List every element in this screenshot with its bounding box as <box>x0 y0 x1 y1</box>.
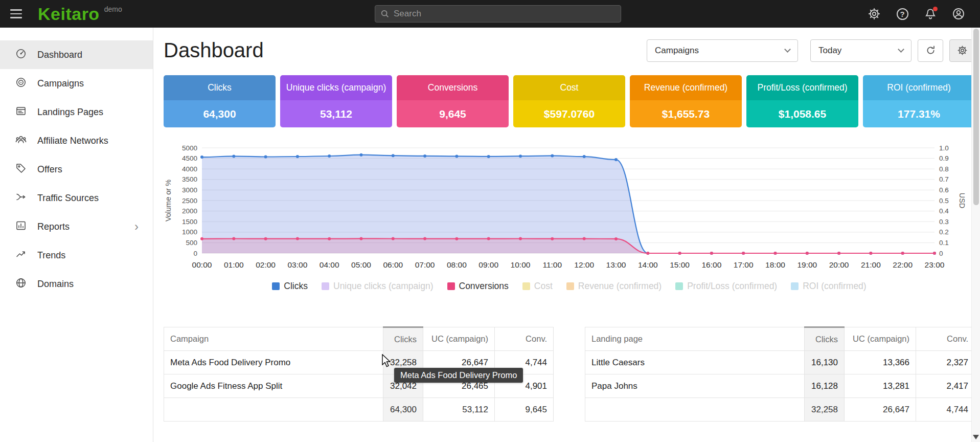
sidebar-item-trends[interactable]: Trends <box>0 241 153 270</box>
metric-card-cost[interactable]: Cost$597.0760 <box>513 75 625 127</box>
table-row[interactable]: Papa Johns16,12813,2812,417 <box>585 374 975 398</box>
legend-swatch <box>447 282 455 290</box>
metric-value: $1,058.65 <box>746 100 858 127</box>
hamburger-menu-button[interactable] <box>10 9 24 18</box>
search-input[interactable] <box>394 9 615 19</box>
legend-item-unique-clicks-campaign[interactable]: Unique clicks (campaign) <box>322 281 434 292</box>
legend-item-revenue-confirmed[interactable]: Revenue (confirmed) <box>566 281 662 292</box>
account-button[interactable] <box>951 7 966 21</box>
legend-swatch <box>322 282 329 290</box>
svg-text:0.2: 0.2 <box>939 228 949 236</box>
sidebar-item-affiliate-networks[interactable]: Affiliate Networks <box>0 126 153 155</box>
metric-cards-row: Clicks64,300Unique clicks (campaign)53,1… <box>164 75 975 127</box>
page-header: Dashboard Campaigns Today <box>164 39 975 62</box>
legend-item-conversions[interactable]: Conversions <box>447 281 509 292</box>
column-header-uc-campaign[interactable]: UC (campaign) <box>845 327 916 351</box>
svg-text:08:00: 08:00 <box>447 260 467 269</box>
sidebar-item-label: Offers <box>37 164 62 175</box>
totals-row: 32,25826,6474,744 <box>585 398 975 422</box>
legend-item-profit-loss-confirmed[interactable]: Profit/Loss (confirmed) <box>675 281 777 292</box>
sidebar-item-landings-pages[interactable]: Landings Pages <box>0 98 153 126</box>
svg-text:23:00: 23:00 <box>925 260 945 269</box>
sidebar-item-dashboard[interactable]: Dashboard <box>0 40 153 69</box>
sidebar-item-domains[interactable]: Domains <box>0 270 153 298</box>
legend-label: Cost <box>534 281 553 292</box>
column-header-conv[interactable]: Conv. <box>916 327 975 351</box>
metric-value: 9,645 <box>397 100 509 127</box>
daterange-select[interactable]: Today <box>810 39 911 62</box>
svg-text:16:00: 16:00 <box>702 260 722 269</box>
metric-card-profit-loss-confirmed[interactable]: Profit/Loss (confirmed)$1,058.65 <box>746 75 858 127</box>
column-header-clicks[interactable]: Clicks <box>383 327 423 351</box>
help-icon: ? <box>897 8 908 20</box>
legend-item-roi-confirmed[interactable]: ROI (confirmed) <box>791 281 866 292</box>
logo-text: Keitaro <box>38 4 100 24</box>
metric-card-unique-clicks-campaign[interactable]: Unique clicks (campaign)53,112 <box>280 75 392 127</box>
metric-value: $1,655.73 <box>630 100 742 127</box>
notifications-button[interactable] <box>923 7 938 21</box>
svg-text:2500: 2500 <box>182 197 197 205</box>
scroll-down-arrow[interactable] <box>973 435 979 439</box>
scrollbar-thumb[interactable] <box>973 29 979 205</box>
target-icon <box>15 77 27 91</box>
refresh-button[interactable] <box>918 39 943 62</box>
chevron-down-icon <box>784 46 791 53</box>
svg-text:14:00: 14:00 <box>638 260 658 269</box>
metric-card-roi-confirmed[interactable]: ROI (confirmed)177.31% <box>863 75 975 127</box>
column-header-campaign[interactable]: Campaign <box>164 327 383 351</box>
tag-icon <box>15 163 27 176</box>
sidebar-item-label: Domains <box>37 279 74 290</box>
grouping-select[interactable]: Campaigns <box>647 39 798 62</box>
metric-card-revenue-confirmed[interactable]: Revenue (confirmed)$1,655.73 <box>630 75 742 127</box>
app-logo[interactable]: Keitaro demo <box>38 4 122 24</box>
legend-label: Conversions <box>459 281 509 292</box>
sidebar-item-campaigns[interactable]: Campaigns <box>0 69 153 98</box>
svg-text:0.1: 0.1 <box>939 239 949 247</box>
legend-item-cost[interactable]: Cost <box>522 281 553 292</box>
settings-button[interactable] <box>867 7 881 21</box>
svg-text:0.5: 0.5 <box>939 197 949 205</box>
metric-card-clicks[interactable]: Clicks64,300 <box>164 75 276 127</box>
pages-icon <box>15 105 27 119</box>
sidebar-item-label: Campaigns <box>37 78 84 89</box>
table-row[interactable]: Little Caesars16,13013,3662,327 <box>585 351 975 374</box>
svg-text:1000: 1000 <box>182 228 197 236</box>
legend-swatch <box>791 282 799 290</box>
svg-text:5000: 5000 <box>182 144 197 152</box>
help-button[interactable]: ? <box>895 7 909 21</box>
svg-text:3500: 3500 <box>182 175 197 183</box>
legend-swatch <box>522 282 530 290</box>
metric-label: Clicks <box>164 75 276 100</box>
legend-label: ROI (confirmed) <box>803 281 866 292</box>
sidebar-item-traffic-sources[interactable]: Traffic Sources <box>0 184 153 212</box>
merge-icon <box>15 191 27 205</box>
svg-text:0.4: 0.4 <box>939 207 949 215</box>
sidebar-item-reports[interactable]: Reports› <box>0 212 153 241</box>
scrollbar[interactable] <box>971 28 980 442</box>
metric-label: Conversions <box>397 75 509 100</box>
svg-text:0.9: 0.9 <box>939 154 949 162</box>
traffic-timeseries-chart: 0500100015002000250030003500400045005000… <box>164 142 975 273</box>
svg-text:20:00: 20:00 <box>829 260 849 269</box>
metric-value: $597.0760 <box>513 100 625 127</box>
metric-value: 177.31% <box>863 100 975 127</box>
column-header-conv[interactable]: Conv. <box>495 327 554 351</box>
summary-tables: CampaignClicksUC (campaign)Conv.Meta Ads… <box>164 326 975 422</box>
refresh-icon <box>925 45 936 56</box>
totals-row: 64,30053,1129,645 <box>164 398 554 422</box>
column-header-clicks[interactable]: Clicks <box>805 327 845 351</box>
sidebar-item-label: Dashboard <box>37 50 82 60</box>
svg-text:19:00: 19:00 <box>797 260 817 269</box>
main-content: Dashboard Campaigns Today <box>153 28 980 442</box>
column-header-landing-page[interactable]: Landing page <box>585 327 805 351</box>
env-label: demo <box>104 5 122 13</box>
sidebar-item-offers[interactable]: Offers <box>0 155 153 184</box>
legend-swatch <box>272 282 280 290</box>
metric-card-conversions[interactable]: Conversions9,645 <box>397 75 509 127</box>
svg-text:0.6: 0.6 <box>939 186 949 194</box>
legend-label: Profit/Loss (confirmed) <box>687 281 777 292</box>
sidebar: DashboardCampaignsLandings PagesAffiliat… <box>0 28 153 442</box>
svg-text:0: 0 <box>193 250 197 257</box>
legend-item-clicks[interactable]: Clicks <box>272 281 308 292</box>
column-header-uc-campaign[interactable]: UC (campaign) <box>423 327 495 351</box>
